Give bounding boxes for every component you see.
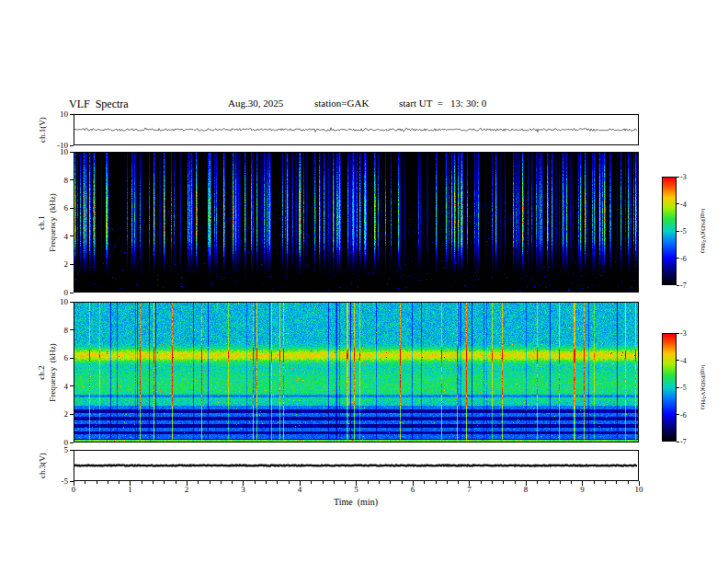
x-tick-label: 10 [628, 485, 650, 494]
y-tick-label: 8 [44, 326, 68, 335]
ch3-voltage-axis-label: ch.3(V) [38, 453, 47, 478]
y-tick [70, 145, 74, 146]
x-minor-tick [311, 481, 312, 484]
colorbar-tick-label: -5 [680, 227, 687, 236]
x-minor-tick [85, 481, 85, 484]
vlf-spectra-figure: VLF Spectra Aug.30, 2025 station=GAK sta… [0, 0, 728, 563]
x-minor-tick [153, 481, 154, 484]
ch3-waveform-canvas [74, 451, 638, 480]
y-tick [70, 442, 74, 443]
ch2-spectrogram-canvas [74, 303, 638, 442]
x-tick-label: 8 [515, 485, 537, 494]
x-tick-label: 6 [402, 485, 424, 494]
x-minor-tick [198, 481, 199, 484]
y-tick [70, 329, 74, 330]
figure-title: VLF Spectra [69, 98, 129, 111]
y-tick-label: 2 [44, 259, 68, 269]
y-tick-label: 10 [44, 147, 68, 156]
ch3-waveform-panel [74, 450, 639, 481]
y-tick [70, 293, 74, 293]
x-minor-tick [119, 481, 119, 484]
y-tick-label: -5 [44, 477, 68, 486]
x-tick-label: 1 [119, 485, 142, 494]
x-minor-tick [492, 481, 493, 484]
x-axis-title: Time (min) [301, 497, 411, 507]
figure-start-ut: start UT = 13: 30: 0 [399, 98, 486, 109]
x-tick-label: 2 [176, 485, 198, 494]
y-tick [70, 385, 74, 386]
x-minor-tick [594, 481, 595, 484]
colorbar-tick-label: -3 [680, 329, 687, 338]
x-minor-tick [447, 481, 448, 484]
x-tick-label: 9 [572, 485, 594, 494]
ch1-voltage-axis-label: ch.1(V) [38, 117, 47, 143]
colorbar-ch2 [662, 333, 677, 442]
y-tick-label: 5 [44, 445, 68, 454]
colorbar-ch2-units-label: log(PSD)(V²/Hz) [700, 365, 707, 409]
x-minor-tick [390, 481, 391, 484]
colorbar-tick-label: -7 [680, 438, 687, 446]
x-tick-label: 4 [289, 485, 311, 494]
y-tick [70, 179, 74, 180]
x-minor-tick [560, 481, 561, 484]
y-tick-label: 4 [44, 232, 68, 241]
colorbar-tick-label: -6 [680, 255, 687, 263]
y-tick [70, 450, 74, 451]
x-minor-tick [266, 481, 267, 484]
x-minor-tick [345, 481, 346, 484]
x-minor-tick [503, 481, 504, 484]
y-tick [70, 152, 74, 153]
colorbar-tick [677, 177, 679, 178]
x-minor-tick [537, 481, 538, 484]
x-minor-tick [549, 481, 550, 484]
ch1-waveform-canvas [74, 115, 638, 144]
x-tick-label: 3 [233, 485, 255, 494]
x-minor-tick [571, 481, 572, 484]
x-minor-tick [515, 481, 516, 484]
colorbar-tick [677, 333, 679, 334]
y-tick-label: 8 [44, 176, 68, 185]
y-tick [70, 264, 74, 265]
y-tick [70, 208, 74, 209]
colorbar-tick [677, 387, 679, 388]
y-tick-label: 4 [44, 382, 68, 391]
colorbar-tick-label: -4 [680, 201, 687, 209]
x-minor-tick [628, 481, 629, 484]
colorbar-tick [677, 285, 679, 286]
ch1-spectrogram-canvas [74, 153, 638, 292]
x-minor-tick [142, 481, 142, 484]
x-minor-tick [616, 481, 617, 484]
colorbar-ch2-gradient-canvas [663, 334, 676, 441]
x-minor-tick [436, 481, 437, 484]
colorbar-tick-label: -4 [680, 357, 687, 365]
x-minor-tick [379, 481, 380, 484]
x-minor-tick [221, 481, 222, 484]
x-minor-tick [458, 481, 459, 484]
ch2-spectrogram-channel-label: ch.2 [37, 365, 46, 379]
x-minor-tick [334, 481, 335, 484]
x-minor-tick [210, 481, 210, 484]
figure-date: Aug.30, 2025 [228, 98, 283, 109]
x-minor-tick [323, 481, 324, 484]
colorbar-ch1-units-label: log(PSD)(V²/Hz) [700, 209, 707, 253]
ch1-spectrogram-panel [74, 152, 639, 293]
x-minor-tick [176, 481, 176, 484]
x-minor-tick [108, 481, 108, 484]
x-minor-tick [481, 481, 482, 484]
colorbar-ch1 [662, 177, 677, 285]
x-minor-tick [277, 481, 278, 484]
x-minor-tick [289, 481, 290, 484]
colorbar-tick-label: -7 [680, 282, 687, 290]
x-minor-tick [605, 481, 606, 484]
y-tick [70, 414, 74, 415]
y-tick [70, 236, 74, 236]
colorbar-tick [677, 258, 679, 259]
y-tick-label: 6 [44, 203, 68, 213]
x-tick-label: 5 [346, 485, 368, 494]
y-tick-label: 10 [44, 109, 68, 119]
x-tick-label: 0 [63, 485, 85, 494]
x-minor-tick [424, 481, 425, 484]
y-tick [70, 114, 74, 115]
y-tick-label: 2 [44, 409, 68, 419]
y-tick [70, 302, 74, 303]
